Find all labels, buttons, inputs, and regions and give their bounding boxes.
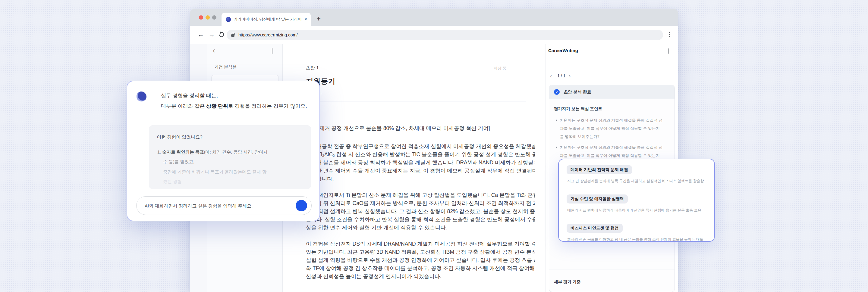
example-item-line1: 1. 숫자로 확인되는 목표(예: 처리 건수, 응답 시간, 참여자: [157, 149, 268, 155]
example-item-faded: 중간에 기준이 바뀌거나 목표가 올라갔는데도 끝내 맞: [163, 169, 267, 175]
intro-bold: 상황 단위: [206, 103, 228, 109]
sidebar-back-icon[interactable]: ‹: [213, 46, 215, 55]
ai-experience-modal: 실무 경험을 정리할 때는, 대부분 아래와 같은 상황 단위로 경험을 정리하…: [127, 81, 320, 221]
page-indicator: 1 / 1: [557, 73, 565, 78]
competency-desc: 지표 간 상관관계를 분석해 병목 구간을 해결하고 실질적인 비즈니스 임팩트…: [567, 179, 704, 184]
url-text: https://www.careermizing.com/: [239, 33, 298, 37]
criteria-text: 문제의 본질을 명확히 정의하고 목표를 설정했는가: [560, 291, 648, 292]
divider: [306, 101, 526, 102]
site-favicon-icon: [226, 17, 231, 22]
example-question: 이런 경험이 있었나요?: [157, 134, 203, 140]
bullet-icon: •: [556, 291, 557, 292]
competency-highlight-box: 데이터 기반의 전략적 문제 해결 지표 간 상관관계를 분석해 병목 구간을 …: [558, 159, 715, 242]
next-page-icon[interactable]: ›: [569, 73, 570, 79]
key-point-item: • 지원자는 구조적 문제 정의와 기술적 해결을 통해 실질적 성과를 도출하…: [556, 116, 663, 141]
doc-line[interactable]: 실험 설계 역량을 바탕으로 수율 개선과 공정 안정화에 기여하고 싶습니다.…: [306, 256, 535, 264]
doc-line[interactable]: 습니다. 실험 조건을 수치화하고 반복 실험을 통해 최적 조건을 도출한 경…: [306, 216, 535, 223]
doc-line[interactable]: 정에서 불순물 제어와 공정 최적화가 핵심임을 깨닫게 했습니다. DRAM과…: [306, 159, 535, 166]
doc-line[interactable]: 미세한 변수 제어와 수율 개선이 중요해지는 지금, 이 경험이 메모리 공정…: [306, 167, 535, 174]
lock-icon: [231, 34, 235, 37]
doc-line[interactable]: 신소재공학 전공 중 학부연구생으로 참여한 적층소재 실험에서 미세공정 개선…: [306, 143, 535, 150]
competency-tag[interactable]: 비즈니스 마인드셋 및 협업: [567, 224, 623, 233]
intro-suffix: 로 경험을 정리하는 경우가 많아요.: [228, 103, 307, 109]
doc-line[interactable]: 화 TF에 참여해 공정 간 상호작용 데이터를 분석하고, 공정 조건 자동화…: [306, 265, 535, 272]
browser-tab-strip: 커리어마이징, 당신에게 딱 맞는 커리어 × +: [190, 9, 678, 26]
status-label: 초안 분석 완료: [564, 89, 591, 95]
item-rest: (예: 처리 건수, 응답 시간, 참여자: [204, 150, 268, 154]
browser-toolbar: ← → https://www.careermizing.com/: [190, 26, 678, 44]
key-point-text: 지원자는 구조적 문제 정의와 기술적 해결을 통해 실질적 성과를 도출하고,…: [560, 116, 663, 141]
chat-input-row: [136, 196, 312, 215]
check-icon: ✓: [554, 89, 560, 95]
address-bar[interactable]: https://www.careermizing.com/: [227, 30, 663, 40]
criteria-title: 세부 평가 기준: [554, 279, 581, 285]
back-icon[interactable]: ←: [198, 31, 204, 38]
intro-prefix: 대부분 아래와 같은: [161, 103, 206, 109]
item-number: 1.: [157, 150, 162, 154]
forward-icon[interactable]: →: [209, 31, 215, 38]
competency-tag[interactable]: 가설 수립 및 애자일한 실행력: [567, 194, 628, 204]
new-tab-button[interactable]: +: [316, 15, 321, 22]
panel-title: CareerWriting: [548, 48, 578, 53]
modal-intro-line2: 대부분 아래와 같은 상황 단위로 경험을 정리하는 경우가 많아요.: [161, 103, 307, 110]
doc-line[interactable]: 확신합니다.: [306, 175, 535, 182]
doc-line[interactable]: 특히 Ti₃AlC₂ 합성 시 산소와 반응해 발생하는 TiC 불순물을 줄이…: [306, 151, 535, 158]
item-bold: 숫자로 확인되는 목표: [162, 150, 204, 154]
doc-line[interactable]: 있는 기반입니다. 최근 고용량 3D NAND 적층화, 고신뢰성 HBM 공…: [306, 248, 535, 256]
panel-toggle-icon[interactable]: [667, 48, 667, 54]
sidebar-section-label: 기업 분석본: [214, 64, 237, 70]
doc-headline[interactable]: [산소 제거 공정 개선으로 불순물 80% 감소, 차세대 메모리 미세공정 …: [306, 124, 535, 132]
send-button[interactable]: [296, 200, 307, 211]
doc-line[interactable]: 이 경험은 삼성전자 DS의 차세대 DRAM/NAND 개발과 미세공정 혁신…: [306, 240, 535, 248]
browser-tab[interactable]: 커리어마이징, 당신에게 딱 맞는 커리어 ×: [221, 13, 311, 26]
browser-menu-icon[interactable]: [669, 32, 670, 37]
analysis-status-row: ✓ 초안 분석 완료: [549, 85, 675, 99]
page-background: { "colors": { "page_bg": "#edf0f8", "acc…: [0, 0, 868, 292]
key-points-title: 평가자가 보는 핵심 포인트: [554, 106, 602, 112]
window-zoom-button[interactable]: [212, 15, 216, 20]
prev-page-icon[interactable]: ‹: [550, 73, 552, 79]
doc-line[interactable]: 산성과 신뢰성을 높이는 공정설계 엔지니어가 되겠습니다.: [306, 273, 535, 280]
reload-icon[interactable]: [218, 31, 225, 38]
tab-close-icon[interactable]: ×: [304, 16, 307, 22]
example-item-faded2: 췄던 경험: [163, 179, 182, 185]
divider: [549, 269, 675, 269]
saving-status: 저장 중: [493, 66, 506, 71]
doc-line[interactable]: 상을 위한 변수 제어와 실험 기반 개선에 적용할 수 있습니다.: [306, 224, 535, 231]
criteria-item: • 문제의 본질을 명확히 정의하고 목표를 설정했는가: [556, 291, 663, 292]
modal-intro-line1: 실무 경험을 정리할 때는,: [161, 92, 218, 99]
tab-title: 커리어마이징, 당신에게 딱 맞는 커리어: [234, 16, 302, 22]
experience-input[interactable]: [145, 203, 296, 208]
sidebar-toggle-icon[interactable]: [272, 48, 273, 54]
doc-line[interactable]: 환원한 뒤 산처리로 CaO를 제거하는 방식으로, 문헌 조사부터 열처리·산…: [306, 199, 535, 207]
window-minimize-button[interactable]: [206, 15, 210, 20]
window-close-button[interactable]: [199, 15, 203, 20]
bullet-icon: •: [556, 116, 557, 141]
bullet-icon: •: [556, 143, 557, 168]
experience-example-card: 이런 경험이 있었나요? 1. 숫자로 확인되는 목표(예: 처리 건수, 응답…: [149, 125, 311, 189]
competency-desc: 회사의 생존 목표를 이해하고 팀 내 공유 문화를 통해 조직 전체의 효율을…: [567, 237, 703, 242]
editor-pane[interactable]: 초안 1 저장 중 지원동기 0/1000자 [산소 제거 공정 개선으로 불순…: [283, 44, 546, 292]
draft-label: 초안 1: [306, 65, 319, 71]
example-item-line2: 수 등)를 맡았고,: [163, 159, 194, 165]
competency-desc: 매일의 지표 변화에 민첩하게 대응하며 개선안을 즉시 실행에 옮기는 실무 …: [567, 208, 701, 213]
doc-line[interactable]: 실험 책임자로서 Ti 분말의 산소 문제 해결을 위해 고상 탈산법을 도입했…: [306, 191, 535, 199]
ai-avatar: [136, 92, 147, 102]
doc-line[interactable]: 정을 직접 설계하고 반복 실험했습니다. 그 결과 산소 함량이 82% 감소…: [306, 208, 535, 215]
competency-tag[interactable]: 데이터 기반의 전략적 문제 해결: [567, 165, 632, 174]
